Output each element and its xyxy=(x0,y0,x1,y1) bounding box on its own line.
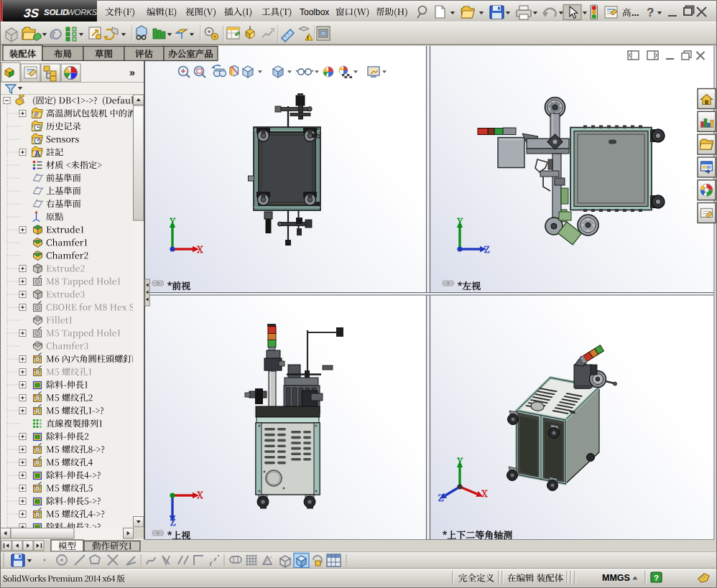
svg-text:!: ! xyxy=(307,34,309,41)
svg-text:SOLID: SOLID xyxy=(44,8,68,17)
svg-text:A: A xyxy=(34,149,40,158)
svg-text:WORKS: WORKS xyxy=(67,8,98,17)
svg-text:Toolbox: Toolbox xyxy=(300,7,329,17)
svg-text:?: ? xyxy=(654,574,659,582)
svg-text:»: » xyxy=(129,67,135,78)
svg-text:?: ? xyxy=(647,6,654,19)
svg-text:MMGS: MMGS xyxy=(602,573,630,583)
svg-text:...: ... xyxy=(632,8,639,18)
